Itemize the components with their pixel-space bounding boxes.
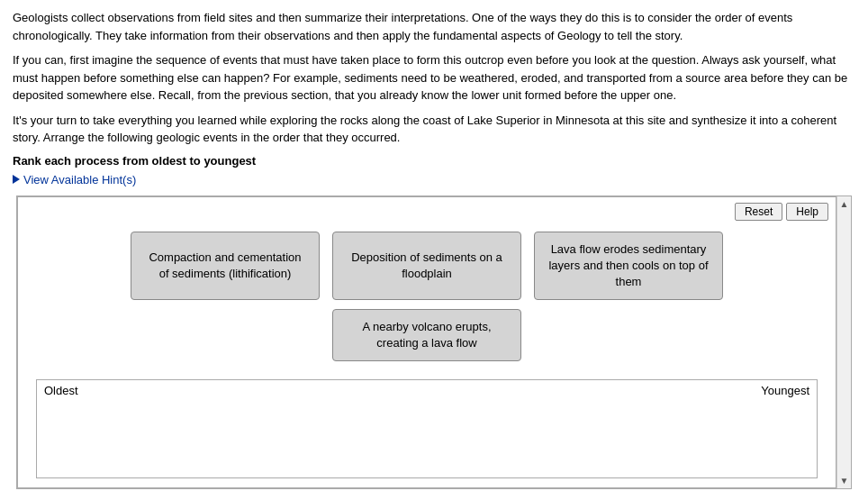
bold-instruction: Rank each process from oldest to younges…	[13, 154, 855, 168]
drag-item-1[interactable]: Compaction and cementation of sediments …	[131, 232, 320, 301]
oldest-label: Oldest	[44, 384, 78, 397]
reset-button[interactable]: Reset	[735, 203, 782, 221]
triangle-icon	[13, 175, 20, 184]
drag-row-2: A nearby volcano erupts, creating a lava…	[332, 309, 521, 361]
toolbar: Reset Help	[18, 197, 836, 226]
scroll-up-arrow[interactable]: ▲	[837, 196, 852, 212]
drag-item-2[interactable]: Deposition of sediments on a floodplain	[332, 232, 521, 301]
draggable-items-area: Compaction and cementation of sediments …	[18, 226, 836, 380]
paragraph-2: If you can, first imagine the sequence o…	[13, 51, 855, 105]
interactive-panel: Reset Help Compaction and cementation of…	[16, 195, 852, 490]
hint-link[interactable]: View Available Hint(s)	[13, 173, 136, 186]
main-content: Geologists collect observations from fie…	[0, 0, 868, 491]
paragraph-1: Geologists collect observations from fie…	[13, 9, 855, 44]
drag-drop-area: Reset Help Compaction and cementation of…	[17, 196, 836, 489]
drop-zone[interactable]: Oldest Youngest	[36, 379, 818, 478]
drop-zone-labels: Oldest Youngest	[37, 380, 817, 401]
hint-link-text: View Available Hint(s)	[23, 173, 136, 186]
scroll-down-arrow[interactable]: ▼	[837, 473, 852, 488]
scrollbar[interactable]: ▲ ▼	[836, 196, 851, 489]
drag-row-1: Compaction and cementation of sediments …	[131, 232, 723, 301]
youngest-label: Youngest	[761, 384, 809, 397]
help-button[interactable]: Help	[786, 203, 828, 221]
drag-item-4[interactable]: A nearby volcano erupts, creating a lava…	[332, 309, 521, 361]
paragraph-3: It's your turn to take everything you le…	[13, 112, 855, 147]
drag-item-3[interactable]: Lava flow erodes sedimentary layers and …	[534, 232, 723, 301]
